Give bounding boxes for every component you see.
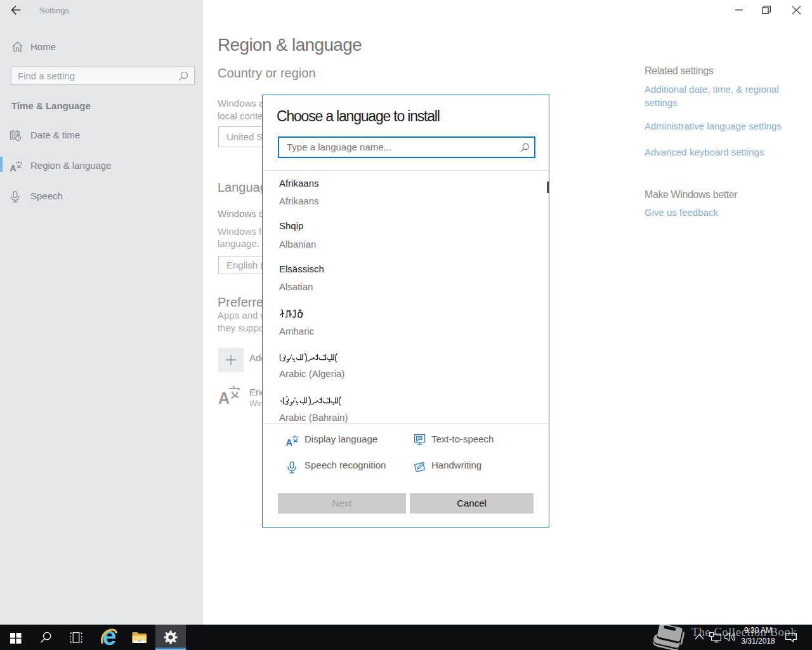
svg-text:A: A <box>10 163 16 172</box>
svg-text:A: A <box>219 389 230 405</box>
svg-text:A: A <box>286 437 293 446</box>
